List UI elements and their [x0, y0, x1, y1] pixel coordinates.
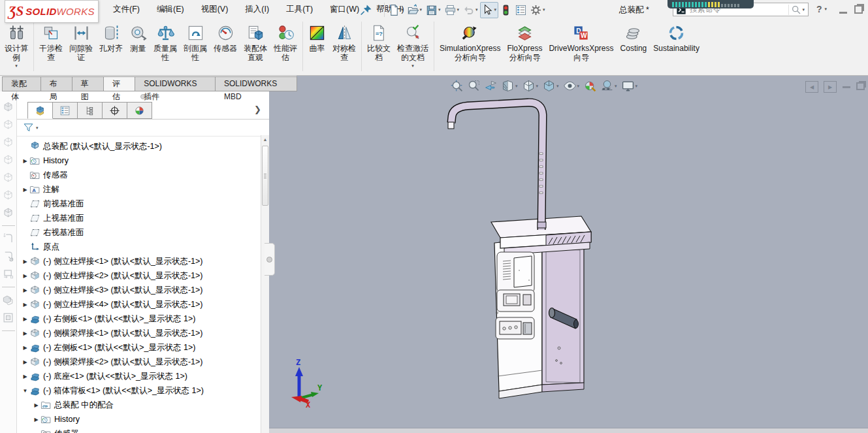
tab-0[interactable]: 装配体	[2, 76, 41, 91]
filter-dropdown-arrow[interactable]: ▾	[36, 125, 39, 131]
view-settings-button[interactable]: ▾	[620, 78, 639, 93]
performance-evaluation-button[interactable]: 性能评 估	[270, 19, 300, 62]
tab-5[interactable]: SOLIDWORKS MBD	[215, 76, 297, 91]
wireframe-cube-icon[interactable]	[2, 153, 14, 166]
dropdown-arrow-icon[interactable]: ▾	[475, 7, 478, 12]
measure-button[interactable]: 测量	[126, 19, 150, 62]
cube-shadow-icon[interactable]	[2, 294, 14, 306]
print-button[interactable]: ▾	[443, 2, 462, 18]
tree-expand-arrow[interactable]: ▶	[21, 287, 29, 293]
tree-expand-arrow[interactable]: ▶	[21, 158, 29, 164]
tree-row[interactable]: 上视基准面	[17, 211, 260, 225]
dropdown-arrow-icon[interactable]: ▾	[411, 63, 414, 69]
tree-row[interactable]: 右视基准面	[17, 225, 260, 240]
tree-row[interactable]: ▶History	[17, 412, 260, 426]
open-button[interactable]: ▾	[406, 2, 425, 18]
scrollbar-thumb[interactable]	[262, 146, 268, 206]
tree-expand-arrow[interactable]: ▶	[32, 417, 40, 423]
tree-scrollbar[interactable]: ▲	[261, 135, 269, 433]
wireframe-cube-icon[interactable]	[2, 118, 14, 131]
compare-documents-button[interactable]: =?比较文 档	[364, 19, 394, 69]
design-study-button[interactable]: 设计算 例▾	[1, 19, 31, 69]
tree-row[interactable]: ▶History	[17, 153, 260, 168]
hole-alignment-button[interactable]: 孔对齐	[96, 19, 126, 62]
dropdown-arrow-icon[interactable]: ▾	[401, 7, 404, 12]
rapid-sketch-icon[interactable]	[2, 268, 14, 280]
tree-expand-arrow[interactable]: ▶	[21, 345, 29, 351]
wireframe-cube-icon[interactable]	[2, 171, 14, 184]
tree-expand-arrow[interactable]: ▶	[21, 259, 29, 265]
driveworksxpress-wizard-button[interactable]: DWDriveWorksXpress 向导	[545, 19, 617, 62]
tree-expand-arrow[interactable]: ▼	[21, 388, 29, 394]
tab-2[interactable]: 草图	[72, 76, 104, 91]
shaded-edges-cube-icon[interactable]	[2, 206, 14, 219]
dropdown-arrow-icon[interactable]: ▾	[543, 7, 545, 12]
menu-0[interactable]: 文件(F)	[104, 0, 148, 19]
tab-4[interactable]: SOLIDWORKS 插件	[135, 76, 216, 91]
pin-icon[interactable]	[360, 3, 373, 16]
cad-model[interactable]	[400, 88, 615, 417]
tab-3[interactable]: 评估	[103, 76, 135, 91]
magnifier-icon[interactable]: ▾	[788, 5, 805, 15]
tree-expand-arrow[interactable]: ▶	[21, 302, 29, 308]
pane-right-button[interactable]: ▶	[824, 81, 837, 93]
document-minimize-button[interactable]	[843, 86, 850, 88]
panel-expand-chevron-icon[interactable]: ❯	[254, 104, 261, 114]
section-box-icon[interactable]	[2, 312, 14, 324]
menu-2[interactable]: 视图(V)	[193, 0, 237, 19]
rebuild-traffic-light-button[interactable]	[498, 2, 513, 18]
tree-row[interactable]: ▼(-) 箱体背板<1> (默认<<默认>_显示状态 1>)	[17, 383, 260, 398]
dropdown-arrow-icon[interactable]: ▾	[438, 7, 441, 12]
floxpress-wizard-button[interactable]: FloXpress 分析向导	[504, 19, 545, 62]
tree-row[interactable]: ▶(-) 右侧板<1> (默认<<默认>_显示状态 1>)	[17, 312, 260, 326]
sensor-button[interactable]: 传感器	[210, 19, 240, 62]
interference-check-button[interactable]: 干涉检 查	[36, 19, 66, 62]
dropdown-arrow-icon[interactable]: ▾	[635, 84, 638, 89]
tree-row[interactable]: ▶(-) 侧立柱焊接<1> (默认<默认_显示状态-1>)	[17, 254, 260, 268]
tree-row[interactable]: ▶(-) 侧立柱焊接<2> (默认<默认_显示状态-1>)	[17, 268, 260, 283]
filter-icon[interactable]	[23, 122, 34, 133]
dropdown-arrow-icon[interactable]: ▾	[494, 7, 497, 12]
propertymanager-tab[interactable]	[52, 102, 78, 119]
check-active-document-button[interactable]: *检查激活 的文档▾	[394, 19, 432, 69]
section-properties-button[interactable]: 剖面属 性	[180, 19, 210, 62]
undo-button[interactable]: ▾	[461, 2, 480, 18]
help-button[interactable]: ?▾	[816, 4, 828, 14]
assembly-visualization-button[interactable]: 装配体 直观	[240, 19, 270, 62]
tree-expand-arrow[interactable]: ▶	[21, 273, 29, 279]
window-minimize-button[interactable]	[839, 12, 847, 14]
wireframe-cube-icon[interactable]	[2, 136, 14, 148]
document-restore-button[interactable]	[856, 82, 865, 90]
settings-gear-button[interactable]: ▾	[528, 2, 547, 18]
tree-row[interactable]: 传感器	[17, 426, 260, 433]
tree-row[interactable]: ▶A注解	[17, 182, 260, 197]
mass-properties-button[interactable]: 质量属 性	[150, 19, 180, 62]
tree-row[interactable]: 前视基准面	[17, 197, 260, 211]
new-document-button[interactable]: ▾	[387, 2, 406, 18]
tree-row[interactable]: ▶(-) 侧横梁焊接<2> (默认<默认_显示状态-1>)	[17, 355, 260, 369]
sketch-wrench-icon[interactable]	[2, 250, 14, 263]
tree-row[interactable]: ▶(-) 侧立柱焊接<3> (默认<默认_显示状态-1>)	[17, 283, 260, 297]
scrollbar-up-arrow[interactable]: ▲	[261, 135, 269, 144]
tree-expand-arrow[interactable]: ▶	[21, 330, 29, 336]
dimxpert-tab[interactable]	[102, 102, 127, 119]
tree-row[interactable]: 总装配 (默认<默认_显示状态-1>)	[17, 139, 260, 153]
wireframe-cube-icon[interactable]	[2, 189, 14, 201]
tree-row[interactable]: ▶(-) 左侧板<1> (默认<<默认>_显示状态 1>)	[17, 340, 260, 355]
window-restore-button[interactable]	[854, 5, 863, 14]
tree-row[interactable]: ▶(-) 侧横梁焊接<1> (默认<默认_显示状态-1>)	[17, 326, 260, 340]
tree-row[interactable]: 传感器	[17, 168, 260, 182]
tree-expand-arrow[interactable]: ▶	[21, 316, 29, 322]
clearance-verify-button[interactable]: 间隙验 证	[66, 19, 96, 62]
tree-row[interactable]: 原点	[17, 240, 260, 254]
solidworks-logo[interactable]: ƷS SOLID WORKS	[5, 0, 99, 23]
costing-button[interactable]: Costing	[617, 19, 651, 62]
configurationmanager-tab[interactable]	[77, 102, 103, 119]
tree-expand-arrow[interactable]: ▶	[32, 402, 40, 408]
sketch-corner-icon[interactable]	[2, 233, 14, 245]
simulationxpress-wizard-button[interactable]: SimulationXpress 分析向导	[436, 19, 504, 62]
displaymanager-tab[interactable]	[127, 102, 152, 119]
pane-left-button[interactable]: ◀	[805, 81, 818, 93]
curvature-button[interactable]: 曲率	[305, 19, 329, 62]
menu-4[interactable]: 工具(T)	[278, 0, 321, 19]
